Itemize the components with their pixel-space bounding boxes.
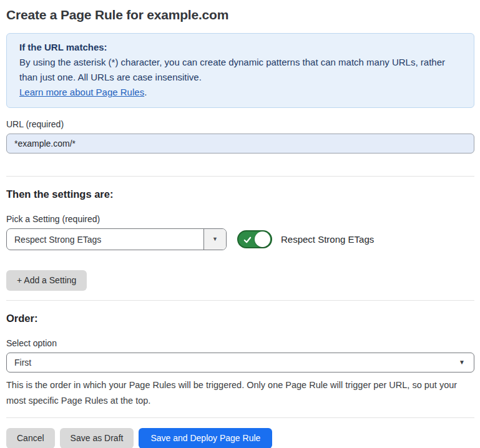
learn-more-link[interactable]: Learn more about Page Rules [19,87,144,97]
toggle-knob[interactable] [255,231,270,247]
toggle-label: Respect Strong ETags [281,234,374,245]
etags-toggle[interactable] [237,230,272,248]
info-box-link-row: Learn more about Page Rules. [19,85,461,100]
chevron-down-icon: ▼ [459,359,465,366]
info-box-body: By using the asterisk (*) character, you… [19,55,461,85]
setting-select-value: Respect Strong ETags [7,229,203,250]
save-deploy-button[interactable]: Save and Deploy Page Rule [139,428,272,448]
save-draft-button[interactable]: Save as Draft [60,428,134,448]
pick-setting-label: Pick a Setting (required) [6,214,474,225]
create-page-rule-form: Create a Page Rule for example.com If th… [0,7,480,448]
page-title: Create a Page Rule for example.com [6,7,474,23]
footer-divider [6,417,474,418]
cancel-button[interactable]: Cancel [6,428,55,448]
footer-actions: Cancel Save as Draft Save and Deploy Pag… [6,428,474,448]
check-icon [243,235,252,243]
order-heading: Order: [6,312,474,324]
chevron-down-icon: ▼ [212,236,218,242]
setting-select-dropdown-button[interactable]: ▼ [203,229,226,250]
order-select-value: First [14,358,31,368]
info-box-heading: If the URL matches: [19,40,461,55]
add-setting-button[interactable]: + Add a Setting [6,270,87,291]
url-match-info-box: If the URL matches: By using the asteris… [6,33,474,108]
url-input[interactable] [6,134,474,153]
setting-row: Respect Strong ETags ▼ Respect Strong ET… [6,228,474,250]
select-option-label: Select option [6,338,474,349]
order-select[interactable]: First ▼ [6,353,474,373]
section-divider [6,300,474,301]
setting-select[interactable]: Respect Strong ETags ▼ [6,228,227,250]
section-divider [6,176,474,177]
learn-more-period: . [144,87,147,97]
settings-heading: Then the settings are: [6,188,474,200]
order-help-text: This is the order in which your Page Rul… [6,377,474,409]
url-label: URL (required) [6,119,474,130]
